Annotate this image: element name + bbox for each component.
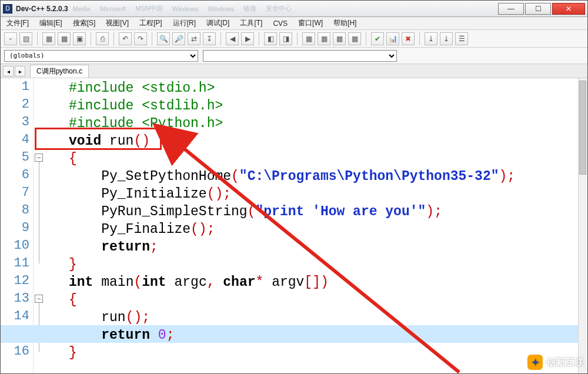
bookmark-icon[interactable]: ◧ bbox=[264, 32, 277, 45]
token-pp: #include <stdio.h> bbox=[69, 81, 215, 96]
token-punc: ; bbox=[150, 239, 158, 255]
separator bbox=[91, 32, 91, 45]
grid3-icon[interactable]: ▦ bbox=[333, 32, 346, 45]
line-number: 8 bbox=[4, 203, 29, 218]
save-all-icon[interactable]: ▩ bbox=[58, 32, 71, 45]
delete-icon[interactable]: ✖ bbox=[402, 32, 415, 45]
token-punc: ; bbox=[507, 169, 515, 184]
goto-icon[interactable]: ↧ bbox=[203, 32, 216, 45]
menu-project[interactable]: 工程[P] bbox=[137, 17, 165, 29]
bg-tab: Media bbox=[73, 5, 91, 12]
replace-icon[interactable]: ⇄ bbox=[188, 32, 201, 45]
bg-tab: MSN中国 bbox=[135, 4, 162, 13]
code-line[interactable]: Py_SetPythonHome("C:\Programs\Python\Pyt… bbox=[69, 168, 587, 185]
file-tab[interactable]: C调用python.c bbox=[30, 65, 89, 78]
line-number: 16 bbox=[4, 344, 29, 359]
token-kw: int bbox=[69, 275, 101, 290]
code-line[interactable]: #include <stdlib.h> bbox=[69, 97, 587, 115]
menu-cvs[interactable]: CVS bbox=[270, 18, 290, 29]
bookmark-toggle-icon[interactable]: ◨ bbox=[279, 32, 292, 45]
maximize-button[interactable]: ☐ bbox=[525, 3, 551, 15]
redo-icon[interactable]: ↷ bbox=[134, 32, 147, 45]
token-fn: main bbox=[101, 275, 133, 290]
new-file-icon[interactable]: ▫ bbox=[4, 32, 17, 45]
close-button[interactable]: ✕ bbox=[552, 3, 585, 15]
minimize-button[interactable]: — bbox=[498, 3, 524, 15]
grid1-icon[interactable]: ▦ bbox=[302, 32, 315, 45]
watermark-icon: ✦ bbox=[527, 355, 543, 370]
debug-into-icon[interactable]: ⤓ bbox=[440, 32, 453, 45]
code-line[interactable]: } bbox=[69, 256, 587, 273]
code-line[interactable]: { bbox=[69, 150, 587, 168]
fold-toggle-icon[interactable]: − bbox=[35, 295, 43, 303]
menu-view[interactable]: 视图[V] bbox=[103, 17, 131, 29]
watermark-text: 创新互联 bbox=[546, 356, 584, 369]
code-line[interactable]: PyRun_SimpleString("print 'How are you'"… bbox=[69, 203, 587, 221]
menu-tools[interactable]: 工具[T] bbox=[238, 17, 265, 29]
debug-start-icon[interactable]: ⤓ bbox=[425, 32, 437, 45]
menu-run[interactable]: 运行[R] bbox=[171, 17, 198, 29]
code-area[interactable]: #include <stdio.h>#include <stdlib.h>#in… bbox=[45, 78, 587, 373]
check-icon[interactable]: ✔ bbox=[371, 32, 384, 45]
vertical-scrollbar[interactable] bbox=[578, 78, 587, 373]
menu-window[interactable]: 窗口[W] bbox=[296, 17, 325, 29]
menu-file[interactable]: 文件[F] bbox=[4, 17, 31, 29]
code-line[interactable]: { bbox=[69, 291, 587, 309]
code-line[interactable]: return 0; bbox=[69, 326, 587, 344]
stats-icon[interactable]: 📊 bbox=[386, 32, 399, 45]
prev-icon[interactable]: ◀ bbox=[226, 32, 239, 45]
token-punc: ; bbox=[166, 328, 175, 343]
code-line[interactable]: Py_Initialize(); bbox=[69, 185, 587, 203]
trace-icon[interactable]: ☰ bbox=[455, 32, 468, 45]
code-line[interactable]: int main(int argc, char* argv[]) bbox=[69, 273, 587, 291]
token-star: * bbox=[256, 275, 264, 290]
menu-edit[interactable]: 编辑[E] bbox=[37, 17, 65, 29]
line-number: 3 bbox=[4, 115, 29, 129]
next-icon[interactable]: ▶ bbox=[241, 32, 254, 45]
token-punc: , bbox=[207, 275, 223, 290]
tab-next-button[interactable]: ▸ bbox=[15, 66, 25, 76]
code-line[interactable]: run(); bbox=[69, 309, 587, 326]
bg-tab: Windows bbox=[208, 5, 234, 12]
menu-search[interactable]: 搜索[S] bbox=[71, 17, 98, 29]
find-icon[interactable]: 🔍 bbox=[157, 32, 170, 45]
scroll-thumb[interactable] bbox=[579, 81, 586, 175]
code-editor[interactable]: 12345678910111213141516 −− #include <std… bbox=[1, 78, 587, 373]
menu-bar: 文件[F] 编辑[E] 搜索[S] 视图[V] 工程[P] 运行[R] 调试[D… bbox=[1, 17, 587, 30]
undo-icon[interactable]: ↶ bbox=[119, 32, 132, 45]
code-line[interactable]: } bbox=[69, 344, 587, 362]
open-icon[interactable]: ▤ bbox=[19, 32, 32, 45]
fold-line bbox=[39, 158, 39, 263]
code-line[interactable]: #include <stdio.h> bbox=[69, 79, 587, 97]
token-braceR: } bbox=[69, 257, 77, 272]
close-tab-icon[interactable]: ▣ bbox=[73, 32, 86, 45]
fold-toggle-icon[interactable]: − bbox=[35, 153, 43, 162]
token-punc: () bbox=[126, 310, 142, 325]
bg-tab: 链接 bbox=[243, 4, 256, 13]
line-number: 2 bbox=[4, 97, 29, 112]
save-icon[interactable]: ▦ bbox=[42, 32, 55, 45]
menu-debug[interactable]: 调试[D] bbox=[204, 17, 232, 29]
token-punc: ; bbox=[207, 222, 215, 237]
token-id: Py_SetPythonHome bbox=[69, 169, 231, 184]
token-kw: char bbox=[223, 275, 255, 290]
separator bbox=[113, 32, 114, 45]
line-number: 13 bbox=[4, 291, 29, 306]
code-line[interactable]: return; bbox=[69, 238, 587, 256]
code-line[interactable]: Py_Finalize(); bbox=[69, 221, 587, 238]
tab-strip: ◂ ▸ C调用python.c bbox=[1, 64, 587, 78]
grid4-icon[interactable]: ▦ bbox=[348, 32, 361, 45]
member-combo[interactable] bbox=[203, 50, 397, 62]
menu-help[interactable]: 帮助[H] bbox=[331, 17, 359, 29]
scope-combo[interactable]: (globals) bbox=[4, 50, 198, 62]
grid2-icon[interactable]: ▦ bbox=[318, 32, 330, 45]
token-kw: return bbox=[69, 328, 158, 343]
token-punc: ) bbox=[499, 169, 507, 184]
find-in-files-icon[interactable]: 🔎 bbox=[172, 32, 185, 45]
print-icon[interactable]: ⎙ bbox=[96, 32, 109, 45]
line-number: 11 bbox=[4, 256, 29, 271]
tab-prev-button[interactable]: ◂ bbox=[3, 66, 14, 76]
token-punc: () bbox=[191, 222, 207, 237]
separator bbox=[297, 32, 298, 45]
title-bar: D Dev-C++ 5.2.0.3 Media Microsoft MSN中国 … bbox=[1, 1, 587, 17]
